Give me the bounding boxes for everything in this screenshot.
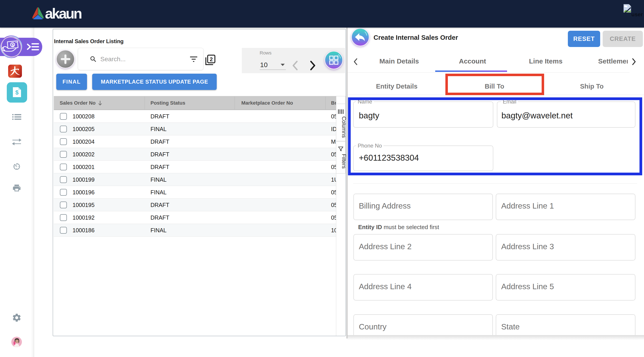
svg-text:$: $: [15, 89, 19, 96]
svg-text:2: 2: [210, 56, 213, 62]
svg-text:$: $: [12, 43, 14, 48]
